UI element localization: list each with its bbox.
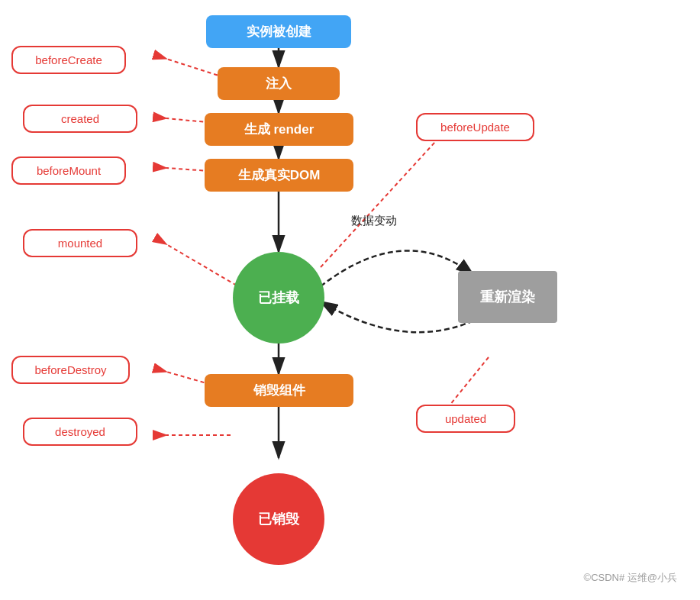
arrows-svg <box>0 0 700 600</box>
mounted-circle: 已挂载 <box>233 252 324 344</box>
watermark: ©CSDN# 运维@小兵 <box>584 571 677 585</box>
before-mount-box: beforeMount <box>11 156 126 185</box>
updated-box: updated <box>416 405 515 433</box>
created-box: created <box>23 105 137 133</box>
before-update-box: beforeUpdate <box>416 113 534 141</box>
rerender-box: 重新渲染 <box>458 271 557 323</box>
generate-dom-box: 生成真实DOM <box>205 159 353 192</box>
svg-line-15 <box>321 134 443 267</box>
instance-created-box: 实例被创建 <box>206 15 351 48</box>
data-change-label: 数据变动 <box>351 214 397 228</box>
before-create-box: beforeCreate <box>11 46 126 74</box>
destroyed-box: destroyed <box>23 418 137 446</box>
inject-box: 注入 <box>218 67 340 100</box>
diagram-container: 实例被创建 注入 生成 render 生成真实DOM 已挂载 销毁组件 已销毁 … <box>0 0 700 600</box>
destroy-component-box: 销毁组件 <box>205 374 353 407</box>
svg-line-12 <box>166 244 237 285</box>
destroyed-circle: 已销毁 <box>233 473 324 565</box>
generate-render-box: 生成 render <box>205 113 353 146</box>
before-destroy-box: beforeDestroy <box>11 356 130 384</box>
mounted-box: mounted <box>23 229 137 257</box>
